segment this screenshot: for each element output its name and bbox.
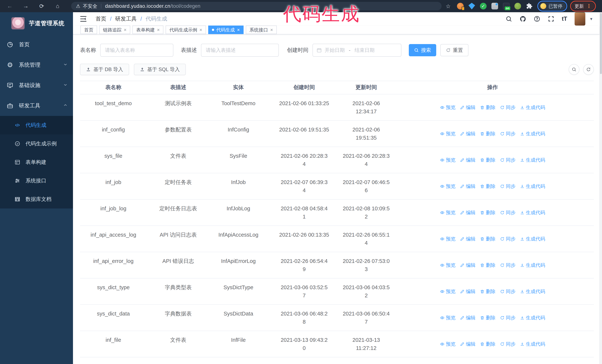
table-name-input[interactable]	[100, 44, 173, 57]
date-range-picker[interactable]: 开始日期 - 结束日期	[312, 44, 401, 57]
search-button[interactable]: 搜索	[409, 44, 436, 56]
browser-home-icon[interactable]: ⌂	[54, 3, 61, 10]
extension-icon-switch[interactable]: on	[503, 3, 510, 10]
sync-link[interactable]: 同步	[500, 156, 516, 164]
end-date-placeholder[interactable]: 结束日期	[355, 47, 375, 53]
sync-link[interactable]: 同步	[500, 261, 516, 269]
extension-icon-blue-gem[interactable]	[468, 3, 475, 10]
tab-system-api[interactable]: 系统接口×	[246, 26, 277, 34]
browser-menu-icon[interactable]: ⋮	[586, 3, 591, 9]
table-desc-input[interactable]	[201, 44, 279, 57]
breadcrumb-home[interactable]: 首页	[96, 15, 106, 23]
edit-link[interactable]: 编辑	[460, 261, 475, 269]
github-icon[interactable]	[520, 16, 526, 22]
start-date-placeholder[interactable]: 开始日期	[325, 47, 345, 53]
edit-link[interactable]: 编辑	[460, 208, 475, 217]
close-icon[interactable]: ×	[199, 27, 202, 32]
browser-update-button[interactable]: 更新 ⋮	[572, 2, 594, 10]
security-label[interactable]: 不安全	[83, 3, 97, 10]
sync-link[interactable]: 同步	[500, 314, 516, 322]
sync-link[interactable]: 同步	[500, 208, 516, 217]
close-icon[interactable]: ×	[124, 27, 127, 32]
search-icon[interactable]	[505, 16, 512, 22]
window-scrollbar[interactable]	[599, 12, 602, 364]
tab-tracing[interactable]: 链路追踪×	[99, 26, 130, 34]
sync-link[interactable]: 同步	[500, 235, 516, 243]
preview-link[interactable]: 预览	[440, 287, 455, 295]
generate-code-link[interactable]: 生成代码	[520, 340, 545, 348]
fullscreen-icon[interactable]	[548, 16, 554, 22]
browser-reload-icon[interactable]: ⟳	[38, 3, 45, 10]
preview-link[interactable]: 预览	[440, 130, 455, 138]
sidebar-item-infra[interactable]: 基础设施	[0, 75, 73, 95]
refresh-table-button[interactable]	[583, 64, 594, 75]
sidebar-toggle-icon[interactable]	[80, 16, 87, 22]
toggle-search-button[interactable]	[569, 64, 580, 75]
sidebar-item-devtools[interactable]: 研发工具	[0, 95, 73, 116]
edit-link[interactable]: 编辑	[460, 287, 475, 295]
sidebar-item-codegen[interactable]: 代码生成	[0, 116, 73, 135]
edit-link[interactable]: 编辑	[460, 182, 475, 190]
extension-icon-green-figure[interactable]	[514, 3, 521, 10]
bookmark-star-icon[interactable]: ☆	[446, 3, 451, 10]
browser-profile-button[interactable]: 已暂停	[539, 2, 566, 10]
generate-code-link[interactable]: 生成代码	[520, 314, 545, 322]
help-icon[interactable]	[534, 16, 540, 22]
edit-link[interactable]: 编辑	[460, 340, 475, 348]
delete-link[interactable]: 删除	[480, 287, 495, 295]
user-avatar[interactable]	[575, 12, 585, 26]
tab-form-builder[interactable]: 表单构建×	[132, 26, 163, 34]
delete-link[interactable]: 删除	[480, 130, 495, 138]
extension-icon-grid[interactable]	[491, 3, 498, 10]
sync-link[interactable]: 同步	[500, 340, 516, 348]
avatar-caret-icon[interactable]: ▾	[590, 16, 592, 21]
preview-link[interactable]: 预览	[440, 261, 455, 269]
sidebar-item-home[interactable]: 首页	[0, 34, 73, 55]
preview-link[interactable]: 预览	[440, 156, 455, 164]
generate-code-link[interactable]: 生成代码	[520, 130, 545, 138]
edit-link[interactable]: 编辑	[460, 156, 475, 164]
sidebar-item-db-doc[interactable]: 数据库文档	[0, 190, 73, 208]
preview-link[interactable]: 预览	[440, 235, 455, 243]
browser-forward-icon[interactable]: →	[22, 3, 29, 10]
edit-link[interactable]: 编辑	[460, 235, 475, 243]
generate-code-link[interactable]: 生成代码	[520, 156, 545, 164]
close-icon[interactable]: ×	[237, 27, 240, 32]
delete-link[interactable]: 删除	[480, 314, 495, 322]
preview-link[interactable]: 预览	[440, 208, 455, 217]
preview-link[interactable]: 预览	[440, 182, 455, 190]
delete-link[interactable]: 删除	[480, 182, 495, 190]
db-import-button[interactable]: 基于 DB 导入	[80, 64, 129, 75]
extension-icon-orange[interactable]	[457, 3, 464, 10]
address-bar[interactable]: ⚠ 不安全 dashboard.yudao.iocoder.cn/tool/co…	[71, 2, 441, 10]
extensions-puzzle-icon[interactable]	[526, 3, 533, 10]
generate-code-link[interactable]: 生成代码	[520, 235, 545, 243]
delete-link[interactable]: 删除	[480, 208, 495, 217]
edit-link[interactable]: 编辑	[460, 314, 475, 322]
reset-button[interactable]: 重置	[440, 44, 468, 56]
preview-link[interactable]: 预览	[440, 103, 455, 112]
delete-link[interactable]: 删除	[480, 235, 495, 243]
close-icon[interactable]: ×	[270, 27, 273, 32]
generate-code-link[interactable]: 生成代码	[520, 182, 545, 190]
tab-codegen-example[interactable]: 代码生成示例×	[166, 26, 206, 34]
sync-link[interactable]: 同步	[500, 103, 516, 112]
sync-link[interactable]: 同步	[500, 287, 516, 295]
sync-link[interactable]: 同步	[500, 130, 516, 138]
sql-import-button[interactable]: 基于 SQL 导入	[134, 64, 186, 75]
browser-back-icon[interactable]: ←	[6, 3, 13, 10]
font-size-icon[interactable]: tT	[562, 16, 567, 22]
delete-link[interactable]: 删除	[480, 156, 495, 164]
sidebar-item-system-api[interactable]: 系统接口	[0, 171, 73, 190]
close-icon[interactable]: ×	[157, 27, 160, 32]
edit-link[interactable]: 编辑	[460, 103, 475, 112]
generate-code-link[interactable]: 生成代码	[520, 261, 545, 269]
sidebar-item-codegen-example[interactable]: 代码生成示例	[0, 135, 73, 153]
preview-link[interactable]: 预览	[440, 314, 455, 322]
tab-codegen[interactable]: 代码生成×	[208, 26, 244, 34]
tab-home[interactable]: 首页	[80, 26, 97, 34]
delete-link[interactable]: 删除	[480, 261, 495, 269]
generate-code-link[interactable]: 生成代码	[520, 287, 545, 295]
delete-link[interactable]: 删除	[480, 340, 495, 348]
breadcrumb-devtools[interactable]: 研发工具	[115, 15, 137, 23]
